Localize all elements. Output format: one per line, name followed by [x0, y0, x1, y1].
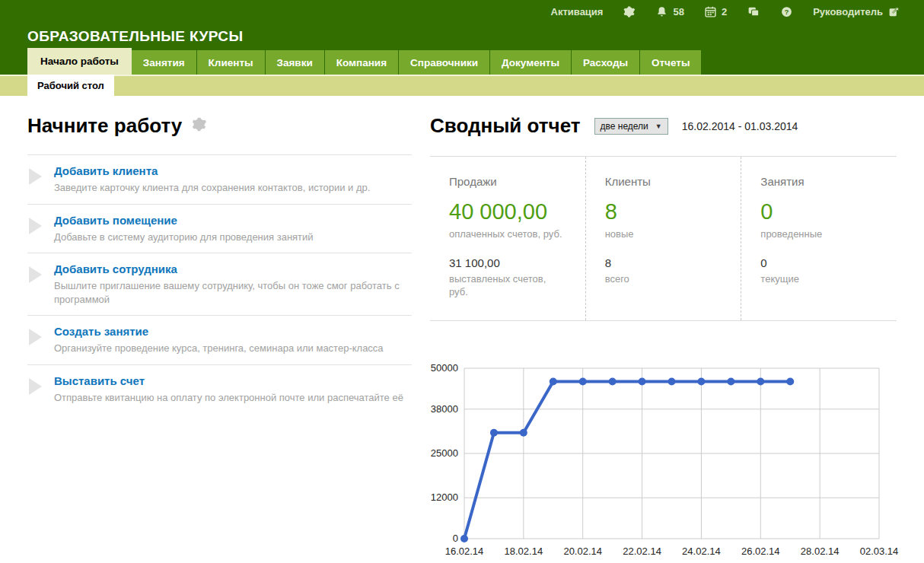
stat-secondary-value: 0: [760, 256, 891, 269]
svg-text:38000: 38000: [431, 402, 458, 414]
bell-icon: [655, 5, 668, 18]
content: Начните работу Добавить клиента Заведите…: [0, 96, 924, 563]
stat-primary-caption: оплаченных счетов, руб.: [449, 228, 579, 241]
add-client-link[interactable]: Добавить клиента: [54, 164, 158, 177]
income-chart: 01200025000380005000016.02.1418.02.1420.…: [430, 351, 897, 563]
period-selected-value: две недели: [601, 121, 648, 132]
calendar-icon: [704, 5, 717, 18]
activation-label: Активация: [551, 6, 604, 17]
svg-text:24.02.14: 24.02.14: [682, 546, 721, 557]
svg-text:16.02.14: 16.02.14: [445, 546, 484, 557]
tab-zanyatiya[interactable]: Занятия: [132, 50, 197, 75]
create-lesson-description: Организуйте проведение курса, тренинга, …: [54, 342, 384, 355]
getting-started-title: Начните работу: [27, 114, 182, 138]
create-invoice-link[interactable]: Выставить счет: [54, 374, 145, 387]
svg-text:?: ?: [785, 8, 789, 15]
stat-lessons: Занятия 0 проведенные 0 текущие: [741, 157, 897, 320]
add-client-description: Заведите карточку клиента для сохранения…: [54, 181, 370, 195]
report-date-range: 16.02.2014 - 01.03.2014: [682, 120, 798, 132]
svg-text:02.03.14: 02.03.14: [860, 546, 899, 557]
svg-text:12000: 12000: [431, 491, 458, 503]
gear-icon: [191, 116, 207, 135]
sub-tab-bar: Рабочий стол: [0, 75, 924, 96]
svg-text:0: 0: [453, 533, 458, 544]
stat-label: Занятия: [760, 175, 891, 188]
period-dropdown[interactable]: две недели ▼: [594, 118, 668, 135]
add-employee-link[interactable]: Добавить сотрудника: [54, 262, 177, 275]
svg-text:22.02.14: 22.02.14: [623, 546, 661, 557]
settings-button[interactable]: [623, 5, 636, 18]
svg-text:26.02.14: 26.02.14: [741, 546, 780, 557]
tab-otchety[interactable]: Отчеты: [640, 50, 702, 75]
income-line-chart: 01200025000380005000016.02.1418.02.1420.…: [430, 351, 910, 562]
arrow-right-icon: [29, 329, 42, 345]
main-tab-bar: Начало работы Занятия Клиенты Заявки Ком…: [0, 50, 924, 75]
item-add-employee: Добавить сотрудника Вышлите приглашение …: [27, 253, 412, 315]
item-create-lesson: Создать занятие Организуйте проведение к…: [27, 315, 412, 364]
stat-secondary-caption: текущие: [760, 273, 891, 286]
create-lesson-link[interactable]: Создать занятие: [54, 325, 148, 338]
tab-raskhody[interactable]: Расходы: [572, 50, 640, 75]
add-room-link[interactable]: Добавить помещение: [54, 214, 177, 227]
notifications-count: 58: [673, 6, 683, 17]
item-create-invoice: Выставить счет Отправьте квитанцию на оп…: [27, 364, 412, 414]
arrow-right-icon: [29, 266, 42, 283]
topbar: Активация 58 2 ?: [0, 0, 924, 23]
chevron-down-icon: ▼: [655, 122, 662, 130]
getting-started-list: Добавить клиента Заведите карточку клиен…: [27, 154, 412, 413]
stat-primary-value: 0: [760, 199, 891, 224]
add-employee-description: Вышлите приглашение вашему сотруднику, ч…: [54, 279, 412, 306]
create-invoice-description: Отправьте квитанцию на оплату по электро…: [54, 391, 403, 405]
tab-kompaniya[interactable]: Компания: [325, 50, 399, 75]
summary-report-panel: Сводный отчет две недели ▼ 16.02.2014 - …: [430, 110, 897, 563]
user-label: Руководитель: [813, 6, 883, 17]
stats-row: Продажи 40 000,00 оплаченных счетов, руб…: [430, 156, 897, 321]
logo-row: ОБРАЗОВАТЕЛЬНЫЕ КУРСЫ: [0, 23, 924, 50]
summary-report-title: Сводный отчет: [430, 114, 581, 138]
tab-klienty[interactable]: Клиенты: [197, 50, 266, 75]
stat-secondary-value: 8: [605, 256, 735, 269]
app-header: Активация 58 2 ?: [0, 0, 924, 75]
app-title: ОБРАЗОВАТЕЛЬНЫЕ КУРСЫ: [27, 28, 244, 45]
stat-primary-caption: новые: [605, 228, 735, 241]
stat-primary-value: 8: [605, 199, 735, 224]
gear-icon: [623, 5, 636, 18]
item-add-room: Добавить помещение Добавьте в систему ау…: [27, 204, 412, 253]
chat-icon: [747, 5, 760, 18]
svg-text:50000: 50000: [431, 362, 458, 374]
calendar-button[interactable]: 2: [704, 5, 727, 18]
user-menu[interactable]: Руководитель: [813, 5, 901, 18]
help-button[interactable]: ?: [780, 5, 793, 18]
svg-text:18.02.14: 18.02.14: [505, 546, 543, 557]
stat-sales: Продажи 40 000,00 оплаченных счетов, руб…: [430, 157, 585, 320]
stat-secondary-caption: выставленых счетов, руб.: [449, 273, 563, 299]
activation-link[interactable]: Активация: [551, 6, 604, 17]
stat-secondary-caption: всего: [605, 273, 735, 286]
svg-text:28.02.14: 28.02.14: [801, 546, 840, 557]
getting-started-panel: Начните работу Добавить клиента Заведите…: [27, 110, 412, 563]
tab-nachalo-raboty[interactable]: Начало работы: [27, 48, 132, 75]
stat-primary-caption: проведенные: [760, 228, 891, 241]
stat-label: Клиенты: [605, 175, 735, 188]
tab-zayavki[interactable]: Заявки: [266, 50, 325, 75]
add-room-description: Добавьте в систему аудиторию для проведе…: [54, 231, 314, 244]
notifications-button[interactable]: 58: [655, 5, 683, 18]
getting-started-settings-button[interactable]: [191, 116, 207, 135]
arrow-right-icon: [29, 378, 42, 395]
svg-text:20.02.14: 20.02.14: [563, 546, 602, 557]
arrow-right-icon: [29, 168, 42, 185]
calendar-count: 2: [722, 6, 727, 17]
tab-spravochniki[interactable]: Справочники: [399, 50, 490, 75]
help-icon: ?: [780, 5, 793, 18]
item-add-client: Добавить клиента Заведите карточку клиен…: [27, 154, 412, 204]
stat-primary-value: 40 000,00: [449, 199, 579, 224]
tab-dokumenty[interactable]: Документы: [490, 50, 572, 75]
stat-label: Продажи: [449, 175, 579, 188]
stat-clients: Клиенты 8 новые 8 всего: [585, 157, 741, 320]
arrow-right-icon: [29, 218, 42, 234]
logout-icon: [887, 5, 901, 18]
svg-text:25000: 25000: [431, 447, 458, 459]
subtab-rabochiy-stol[interactable]: Рабочий стол: [27, 75, 114, 96]
stat-secondary-value: 31 100,00: [449, 256, 579, 269]
messages-button[interactable]: [747, 5, 760, 18]
